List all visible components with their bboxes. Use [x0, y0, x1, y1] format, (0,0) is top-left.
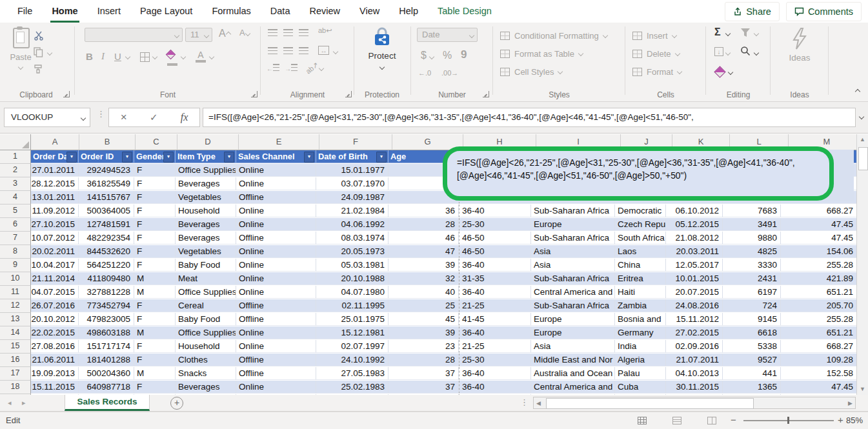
cell[interactable]: Online — [236, 177, 316, 190]
cell[interactable]: 20.05.1973 — [316, 245, 389, 258]
cell[interactable]: F — [134, 299, 176, 312]
cell[interactable]: 109.28 — [781, 354, 857, 366]
column-header-F[interactable]: F — [319, 134, 392, 150]
cell[interactable]: Germany — [615, 326, 666, 339]
row-header-3[interactable]: 3 — [0, 177, 31, 191]
cell[interactable]: 47.45 — [781, 381, 857, 394]
cell[interactable]: 28 — [389, 354, 459, 366]
cell[interactable]: Sub-Saharan Africa — [531, 272, 615, 285]
cell[interactable]: 292494523 — [79, 164, 134, 177]
cell[interactable]: 36-40 — [459, 326, 531, 339]
cell[interactable]: Online — [236, 286, 316, 299]
cell[interactable]: Algeria — [615, 354, 666, 366]
cancel-icon[interactable]: × — [121, 111, 127, 124]
cell[interactable]: 26.07.2016 — [31, 299, 79, 312]
cell[interactable]: 13.01.2011 — [31, 191, 79, 204]
filter-button[interactable]: ▾ — [376, 152, 387, 163]
cell[interactable]: 36-40 — [459, 381, 531, 394]
cell[interactable]: M — [134, 286, 176, 299]
cell[interactable]: 21.06.2011 — [31, 354, 79, 366]
zoom-out-icon[interactable]: − — [731, 414, 736, 425]
clipboard-dialog-launcher[interactable] — [63, 91, 70, 97]
cell[interactable]: 37 — [389, 367, 459, 380]
cell[interactable]: Online — [236, 245, 316, 258]
cell[interactable]: 27.10.2015 — [31, 218, 79, 231]
cell[interactable]: Beverages — [176, 381, 236, 394]
cell[interactable]: 27.02.2015 — [666, 326, 723, 339]
cell[interactable]: 46 — [389, 232, 459, 244]
cell[interactable]: 36-40 — [459, 205, 531, 217]
cell[interactable]: 4825 — [723, 245, 781, 258]
cell[interactable]: 04.07.1980 — [316, 286, 389, 299]
cell[interactable]: 04.07.2015 — [31, 286, 79, 299]
cell[interactable]: 205.70 — [781, 299, 857, 312]
cell[interactable]: Sub-Saharan Africa — [531, 205, 615, 217]
cell[interactable]: Zambia — [615, 299, 666, 312]
cell[interactable]: Online — [236, 218, 316, 231]
cell[interactable]: 36-40 — [459, 259, 531, 272]
header-cell-item-type[interactable]: Item Type▾ — [176, 150, 236, 163]
name-box[interactable]: VLOOKUP — [4, 108, 90, 127]
cell[interactable]: 10.04.2017 — [31, 259, 79, 272]
cell[interactable]: 255.28 — [781, 259, 857, 272]
filter-button[interactable]: ▾ — [66, 152, 77, 163]
tab-view[interactable]: View — [350, 0, 389, 23]
find-select-icon[interactable] — [740, 46, 751, 56]
cell[interactable]: Online — [236, 326, 316, 339]
header-cell-order-id[interactable]: Order ID▾ — [79, 150, 134, 163]
row-header-11[interactable]: 11 — [0, 286, 31, 299]
cell[interactable]: 127481591 — [79, 218, 134, 231]
cell[interactable]: Online — [236, 164, 316, 177]
cell[interactable]: Beverages — [176, 218, 236, 231]
cell[interactable]: 7683 — [723, 205, 781, 217]
cell[interactable]: Europe — [531, 326, 615, 339]
cell[interactable]: 479823005 — [79, 313, 134, 326]
cell[interactable]: 564251220 — [79, 259, 134, 272]
cell[interactable]: 11.09.2012 — [31, 205, 79, 217]
cell[interactable]: 9527 — [723, 354, 781, 366]
cell[interactable]: Laos — [615, 245, 666, 258]
cell[interactable]: 25.01.1975 — [316, 313, 389, 326]
cell[interactable]: 651.21 — [781, 286, 857, 299]
header-cell-order-date[interactable]: Order Date▾ — [31, 150, 79, 163]
cell[interactable]: 46-50 — [459, 232, 531, 244]
cell[interactable]: 21.02.1984 — [316, 205, 389, 217]
horizontal-scrollbar-thumb[interactable] — [546, 398, 754, 409]
tab-home[interactable]: Home — [42, 0, 87, 23]
cell[interactable]: 36-40 — [459, 367, 531, 380]
cell[interactable]: Palau — [615, 367, 666, 380]
cell[interactable]: Offline — [236, 354, 316, 366]
cell[interactable]: 20.07.2015 — [666, 286, 723, 299]
cell[interactable]: Europe — [531, 313, 615, 326]
tab-data[interactable]: Data — [261, 0, 300, 23]
header-cell-sales-channel[interactable]: Sales Channel▾ — [236, 150, 316, 163]
cell[interactable]: 773452794 — [79, 299, 134, 312]
cell[interactable]: 08.03.1974 — [316, 232, 389, 244]
cell[interactable]: Household — [176, 205, 236, 217]
cell[interactable]: 500364005 — [79, 205, 134, 217]
cell[interactable]: Offline — [236, 367, 316, 380]
row-header-16[interactable]: 16 — [0, 354, 31, 367]
cell[interactable]: Vegetables — [176, 245, 236, 258]
cell[interactable]: Offline — [236, 299, 316, 312]
font-dialog-launcher[interactable] — [251, 91, 257, 97]
column-header-D[interactable]: D — [177, 134, 239, 150]
cell[interactable]: 04.10.2013 — [666, 367, 723, 380]
cell[interactable]: Office Supplies — [176, 164, 236, 177]
cell[interactable]: 47 — [389, 245, 459, 258]
cell[interactable]: Baby Food — [176, 313, 236, 326]
cell[interactable]: 40 — [389, 286, 459, 299]
cell[interactable]: 05.12.2015 — [666, 218, 723, 231]
cell[interactable]: 141515767 — [79, 191, 134, 204]
vertical-scrollbar-thumb[interactable] — [858, 147, 868, 170]
cell[interactable]: 03.07.1970 — [316, 177, 389, 190]
cell[interactable]: South Africa — [615, 232, 666, 244]
cell[interactable]: 30.11.2015 — [666, 381, 723, 394]
cell[interactable]: Eritrea — [615, 272, 666, 285]
column-header-E[interactable]: E — [239, 134, 319, 150]
tab-help[interactable]: Help — [389, 0, 428, 23]
cell[interactable]: F — [134, 340, 176, 353]
cell[interactable]: Central America and — [531, 286, 615, 299]
cell[interactable]: 39 — [389, 259, 459, 272]
cell[interactable]: 22.02.2015 — [31, 326, 79, 339]
